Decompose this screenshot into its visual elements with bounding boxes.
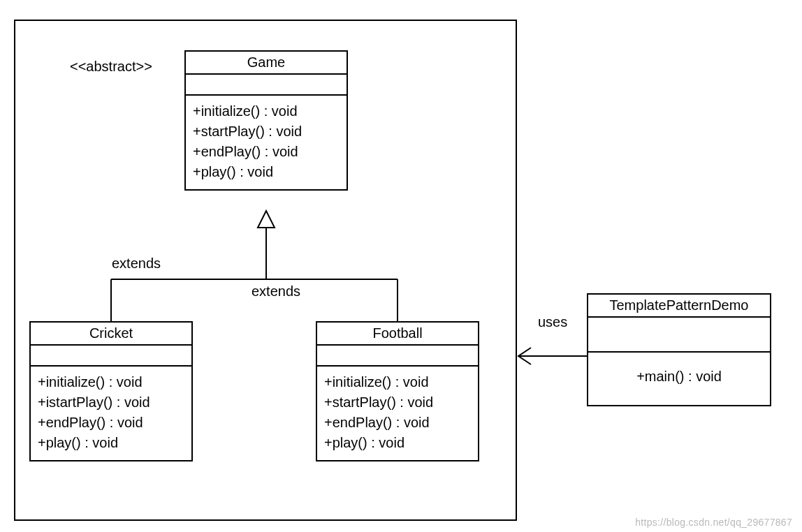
class-demo-ops: +main() : void: [588, 353, 770, 405]
class-game-op: +startPlay() : void: [193, 121, 340, 142]
class-football: Football +initialize() : void +startPlay…: [316, 321, 479, 461]
class-football-ops: +initialize() : void +startPlay() : void…: [317, 367, 478, 460]
class-football-op: +initialize() : void: [324, 372, 471, 392]
class-game-ops: +initialize() : void +startPlay() : void…: [186, 96, 347, 189]
class-demo-attrs: [588, 318, 770, 353]
class-cricket-op: +initialize() : void: [38, 372, 184, 392]
class-cricket-op: +play() : void: [38, 433, 184, 453]
class-template-pattern-demo: TemplatePatternDemo +main() : void: [587, 293, 771, 406]
extends-right-label: extends: [251, 283, 300, 300]
class-demo-op: +main() : void: [595, 367, 763, 387]
class-football-op: +startPlay() : void: [324, 392, 471, 413]
class-football-op: +endPlay() : void: [324, 413, 471, 433]
stereotype-abstract-label: <<abstract>>: [70, 59, 152, 75]
class-cricket-name: Cricket: [31, 323, 191, 346]
class-cricket-ops: +initialize() : void +istartPlay() : voi…: [31, 367, 191, 460]
class-demo-name: TemplatePatternDemo: [588, 295, 770, 318]
class-football-name: Football: [317, 323, 478, 346]
extends-left-label: extends: [112, 256, 161, 272]
class-game-op: +endPlay() : void: [193, 142, 340, 162]
diagram-canvas: <<abstract>> Game +initialize() : void +…: [0, 0, 802, 532]
class-football-op: +play() : void: [324, 433, 471, 453]
class-game-op: +initialize() : void: [193, 101, 340, 121]
class-game-name: Game: [186, 52, 347, 75]
class-game: Game +initialize() : void +startPlay() :…: [184, 50, 348, 191]
class-cricket-op: +endPlay() : void: [38, 413, 184, 433]
class-cricket: Cricket +initialize() : void +istartPlay…: [29, 321, 193, 461]
uses-label: uses: [538, 314, 567, 330]
class-football-attrs: [317, 346, 478, 367]
watermark-text: https://blog.csdn.net/qq_29677867: [635, 517, 792, 528]
class-game-op: +play() : void: [193, 162, 340, 182]
class-game-attrs: [186, 75, 347, 96]
class-cricket-op: +istartPlay() : void: [38, 392, 184, 413]
class-cricket-attrs: [31, 346, 191, 367]
